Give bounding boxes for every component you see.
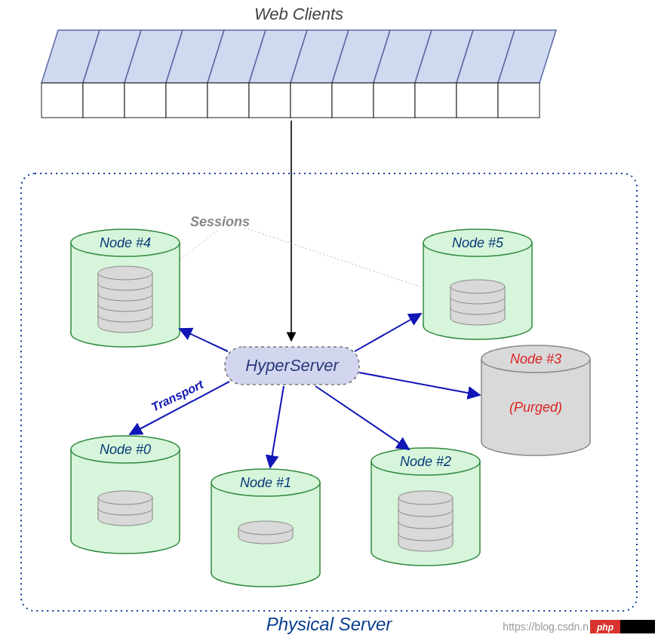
sessions-arrow-right [244, 228, 442, 294]
client-slot [83, 83, 125, 118]
client-slot [249, 83, 291, 118]
client-slot [291, 83, 332, 118]
node-5-label: Node #5 [452, 235, 504, 250]
hub-to-node3-arrow [359, 373, 480, 395]
node-0: Node #0 [71, 436, 180, 554]
web-clients-row [42, 30, 556, 83]
client-slot [208, 83, 249, 118]
client-slot [332, 83, 374, 118]
node-4-label: Node #4 [100, 235, 151, 250]
client-slot [125, 83, 166, 118]
svg-point-9 [98, 266, 152, 280]
watermark: https://blog.csdn.n [503, 621, 589, 633]
svg-point-44 [238, 521, 293, 535]
node-0-label: Node #0 [100, 442, 151, 457]
client-slot [457, 83, 498, 118]
node-1-label: Node #1 [240, 475, 291, 490]
client-slot [166, 83, 208, 118]
web-clients-title: Web Clients [254, 5, 343, 23]
php-badge-label: php [596, 622, 613, 633]
hyperserver-hub: HyperServer [225, 347, 359, 385]
diagram-root: Web Clients Sessions Node #4 [0, 0, 658, 644]
client-slot [42, 83, 83, 118]
node-3-status: (Purged) [509, 400, 562, 415]
client-slot [498, 83, 540, 118]
node-4: Node #4 [71, 229, 180, 347]
node-3-label: Node #3 [510, 351, 561, 366]
hub-to-node2-arrow [315, 386, 409, 449]
client-slots [42, 83, 540, 118]
client-slot [415, 83, 457, 118]
hub-to-node4-arrow [180, 329, 228, 351]
node-5: Node #5 [423, 229, 532, 339]
node-3: Node #3 (Purged) [481, 345, 590, 455]
hyperserver-label: HyperServer [245, 356, 340, 375]
svg-point-34 [98, 491, 152, 504]
hub-to-node1-arrow [270, 386, 284, 468]
node-1: Node #1 [211, 469, 320, 587]
badge-tail [620, 620, 655, 633]
hub-to-node5-arrow [355, 314, 421, 351]
node-0-disks [98, 491, 152, 526]
client-slot [374, 83, 415, 118]
node-1-disks [238, 521, 293, 544]
svg-point-19 [450, 280, 505, 293]
physical-server-label: Physical Server [266, 614, 393, 634]
sessions-label: Sessions [190, 214, 250, 229]
node-5-disks [450, 280, 505, 325]
node-2: Node #2 [371, 448, 480, 566]
node-4-disks [98, 266, 152, 333]
svg-rect-6 [98, 273, 152, 326]
node-2-disks [398, 491, 453, 551]
svg-point-54 [398, 491, 453, 504]
node-2-label: Node #2 [400, 454, 451, 469]
